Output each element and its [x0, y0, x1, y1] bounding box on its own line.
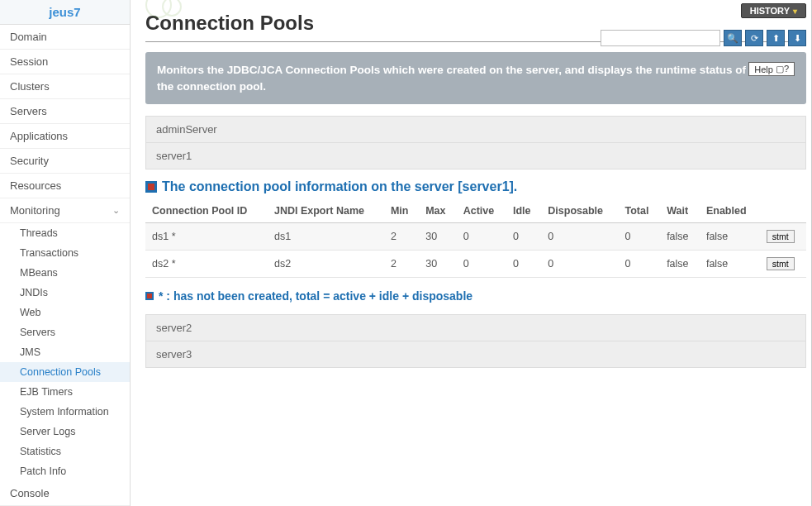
sidebar-sub-patch-info[interactable]: Patch Info [0, 461, 130, 481]
col-actions [760, 199, 806, 223]
cell-total: 0 [618, 223, 660, 251]
topbar: HISTORY ▾ [741, 3, 806, 18]
table-row: ds2 * ds2 2 30 0 0 0 0 false false stmt [145, 251, 806, 278]
cell-wait: false [660, 251, 700, 278]
sidebar-sub-jms[interactable]: JMS [0, 342, 130, 362]
col-wait: Wait [660, 199, 700, 223]
sidebar-item-monitoring-label: Monitoring [10, 204, 60, 217]
table-header-row: Connection Pool ID JNDI Export Name Min … [145, 199, 806, 223]
cell-active: 0 [457, 223, 506, 251]
search-input[interactable] [601, 30, 720, 46]
cell-min: 2 [384, 251, 419, 278]
sidebar-sub-mbeans[interactable]: MBeans [0, 263, 130, 283]
export-xml-icon[interactable]: ⬆ [767, 30, 785, 46]
cell-disposable: 0 [541, 223, 618, 251]
section-title-text: The connection pool information on the s… [162, 179, 517, 194]
info-banner-text: Monitors the JDBC/JCA Connection Pools w… [157, 62, 748, 94]
sidebar-sub-connection-pools[interactable]: Connection Pools [0, 362, 130, 382]
sidebar-sub-transactions[interactable]: Transactions [0, 243, 130, 263]
sidebar-sub-jndis[interactable]: JNDIs [0, 283, 130, 303]
sidebar-item-resources[interactable]: Resources [0, 174, 130, 198]
brand-box: jeus7 [0, 0, 130, 25]
col-jndi: JNDI Export Name [268, 199, 384, 223]
info-banner: Monitors the JDBC/JCA Connection Pools w… [145, 52, 806, 104]
server-header-server2[interactable]: server2 [145, 314, 806, 341]
cell-id: ds1 * [145, 223, 268, 251]
cell-disposable: 0 [541, 251, 618, 278]
sidebar-sub-server-logs[interactable]: Server Logs [0, 422, 130, 442]
table-row: ds1 * ds1 2 30 0 0 0 0 false false stmt [145, 223, 806, 251]
sidebar-item-monitoring[interactable]: Monitoring ⌄ [0, 198, 130, 223]
col-idle: Idle [506, 199, 541, 223]
import-icon[interactable]: ⬇ [788, 30, 806, 46]
cell-max: 30 [419, 251, 456, 278]
col-disposable: Disposable [541, 199, 618, 223]
sidebar-sub-web[interactable]: Web [0, 303, 130, 322]
help-icon: ▢? [776, 64, 789, 74]
cell-jndi: ds2 [268, 251, 384, 278]
search-toolbar: 🔍 ⟳ ⬆ ⬇ [601, 30, 806, 46]
col-total: Total [618, 199, 660, 223]
col-active: Active [457, 199, 506, 223]
server-header-server3[interactable]: server3 [145, 341, 806, 368]
col-min: Min [384, 199, 419, 223]
sidebar-item-applications[interactable]: Applications [0, 124, 130, 149]
sidebar-item-clusters[interactable]: Clusters [0, 74, 130, 99]
cell-idle: 0 [506, 251, 541, 278]
footnote-marker-icon [145, 292, 154, 300]
cell-enabled: false [700, 251, 760, 278]
col-max: Max [419, 199, 456, 223]
sidebar-item-domain[interactable]: Domain [0, 25, 130, 50]
section-title: The connection pool information on the s… [145, 179, 806, 194]
decorative-circles-icon [145, 0, 195, 25]
cell-idle: 0 [506, 223, 541, 251]
monitoring-subnav: Threads Transactions MBeans JNDIs Web Se… [0, 223, 130, 481]
cell-jndi: ds1 [268, 223, 384, 251]
server-list: adminServer server1 [145, 116, 806, 169]
sidebar-item-session[interactable]: Session [0, 50, 130, 74]
chevron-down-icon: ⌄ [112, 205, 120, 216]
help-label: Help [754, 64, 773, 74]
footnote-text: * : has not been created, total = active… [159, 289, 472, 303]
cell-id: ds2 * [145, 251, 268, 278]
server-list-bottom: server2 server3 [145, 314, 806, 368]
sidebar-sub-threads[interactable]: Threads [0, 223, 130, 243]
help-button[interactable]: Help ▢? [748, 62, 795, 76]
col-enabled: Enabled [700, 199, 760, 223]
sidebar-sub-statistics[interactable]: Statistics [0, 442, 130, 461]
refresh-icon[interactable]: ⟳ [745, 30, 763, 46]
stmt-button[interactable]: stmt [767, 230, 795, 243]
cell-wait: false [660, 223, 700, 251]
history-label: HISTORY [750, 6, 790, 16]
stmt-button[interactable]: stmt [767, 257, 795, 270]
sidebar-item-servers[interactable]: Servers [0, 99, 130, 124]
main-area: HISTORY ▾ 🔍 ⟳ ⬆ ⬇ Connection Pools Monit… [131, 0, 811, 506]
connection-pools-table: Connection Pool ID JNDI Export Name Min … [145, 199, 806, 278]
sidebar-item-security[interactable]: Security [0, 149, 130, 174]
cell-enabled: false [700, 223, 760, 251]
section-marker-icon [145, 181, 157, 193]
sidebar-item-console[interactable]: Console [0, 481, 130, 506]
col-connection-pool-id: Connection Pool ID [145, 199, 268, 223]
cell-total: 0 [618, 251, 660, 278]
search-icon[interactable]: 🔍 [724, 30, 742, 46]
sidebar-sub-system-info[interactable]: System Information [0, 402, 130, 422]
brand-label: jeus7 [49, 5, 80, 19]
nav-group: Domain Session Clusters Servers Applicat… [0, 25, 130, 506]
sidebar-sub-ejb-timers[interactable]: EJB Timers [0, 382, 130, 402]
server-header-server1[interactable]: server1 [145, 143, 806, 169]
chevron-down-icon: ▾ [793, 7, 797, 16]
server-header-adminserver[interactable]: adminServer [145, 116, 806, 143]
cell-max: 30 [419, 223, 456, 251]
sidebar: jeus7 Domain Session Clusters Servers Ap… [0, 0, 131, 506]
history-button[interactable]: HISTORY ▾ [741, 3, 806, 18]
footnote: * : has not been created, total = active… [145, 289, 806, 303]
cell-min: 2 [384, 223, 419, 251]
sidebar-sub-servers[interactable]: Servers [0, 322, 130, 342]
cell-active: 0 [457, 251, 506, 278]
